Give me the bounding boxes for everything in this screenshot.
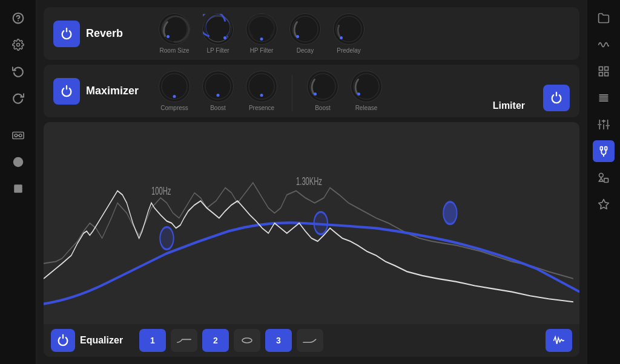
- folder-icon[interactable]: [593, 7, 615, 29]
- svg-point-9: [205, 16, 231, 42]
- waveform-icon[interactable]: [593, 34, 615, 56]
- tape-recorder-icon[interactable]: [7, 125, 29, 146]
- hp-filter-knob[interactable]: [246, 13, 277, 45]
- maximizer-knobs: Compress Boost: [159, 71, 570, 111]
- eq-band-1-button[interactable]: 1: [139, 329, 166, 352]
- presence-knob[interactable]: [246, 71, 277, 102]
- svg-point-16: [310, 74, 335, 99]
- svg-point-5: [19, 134, 22, 137]
- equalizer-section: 100Hz 1.30KHz: [44, 122, 579, 357]
- predelay-label: Predelay: [337, 47, 360, 54]
- svg-point-46: [599, 174, 604, 178]
- record-icon[interactable]: [7, 151, 29, 173]
- reverb-title: Reverb: [86, 27, 153, 40]
- maximizer-power-button[interactable]: [53, 78, 80, 105]
- presence-label: Presence: [249, 105, 274, 111]
- room-size-knob-container: Room Size: [159, 13, 190, 54]
- settings-icon[interactable]: [7, 34, 29, 56]
- right-sidebar: [587, 0, 620, 364]
- svg-point-11: [292, 16, 318, 42]
- decay-knob[interactable]: [289, 13, 321, 45]
- svg-rect-27: [599, 73, 603, 76]
- lp-filter-label: LP Filter: [206, 47, 229, 54]
- lp-filter-knob[interactable]: [202, 13, 234, 45]
- boost-right-label: Boost: [315, 105, 331, 111]
- boost-right-knob[interactable]: [307, 71, 338, 102]
- compress-knob[interactable]: [159, 71, 190, 102]
- hp-filter-knob-container: HP Filter: [246, 13, 277, 54]
- maximizer-row: Maximizer Compress: [44, 65, 579, 117]
- app-container: Reverb Room Size: [0, 0, 620, 364]
- limiter-label: Limiter: [493, 100, 525, 111]
- mixer-icon[interactable]: [593, 114, 615, 135]
- svg-point-2: [16, 44, 19, 47]
- eq-filter-2-button[interactable]: [234, 329, 260, 352]
- lp-filter-knob-container: LP Filter: [202, 13, 234, 54]
- svg-point-6: [13, 157, 23, 167]
- shapes-icon[interactable]: [593, 167, 615, 189]
- svg-point-8: [162, 16, 187, 42]
- decay-label: Decay: [297, 47, 314, 54]
- eq-power-button[interactable]: [51, 329, 75, 352]
- svg-rect-26: [605, 67, 608, 71]
- release-knob[interactable]: [351, 71, 382, 102]
- svg-point-22: [314, 212, 328, 235]
- reverb-row: Reverb Room Size: [44, 7, 579, 60]
- eq-title: Equalizer: [80, 335, 134, 346]
- svg-rect-28: [605, 73, 608, 76]
- boost-right-knob-container: Boost: [307, 71, 338, 111]
- stop-icon[interactable]: [7, 178, 29, 200]
- eq-footer: Equalizer 1 2: [44, 324, 579, 357]
- boost-left-label: Boost: [210, 105, 226, 111]
- help-icon[interactable]: [7, 7, 29, 29]
- redo-icon[interactable]: [7, 87, 29, 109]
- list-icon[interactable]: [593, 87, 615, 109]
- svg-text:100Hz: 100Hz: [151, 184, 171, 197]
- eq-waveform-button[interactable]: [546, 329, 572, 352]
- room-size-label: Room Size: [160, 47, 190, 54]
- room-size-knob[interactable]: [159, 13, 190, 45]
- plugin-icon[interactable]: [593, 140, 615, 162]
- svg-rect-45: [604, 178, 608, 183]
- svg-text:1.30KHz: 1.30KHz: [296, 175, 322, 187]
- svg-point-23: [443, 202, 457, 224]
- limiter-power-button[interactable]: [543, 85, 570, 111]
- svg-point-17: [354, 74, 379, 99]
- grid-icon[interactable]: [593, 60, 615, 82]
- eq-band-3-button[interactable]: 3: [265, 329, 292, 352]
- svg-point-4: [15, 134, 18, 137]
- presence-knob-container: Presence: [246, 71, 277, 111]
- undo-icon[interactable]: [7, 60, 29, 82]
- reverb-knobs: Room Size LP Filter: [159, 13, 570, 54]
- predelay-knob[interactable]: [333, 13, 364, 45]
- knob-divider: [292, 75, 292, 111]
- maximizer-title: Maximizer: [86, 85, 153, 97]
- compress-knob-container: Compress: [159, 71, 190, 111]
- svg-point-21: [160, 227, 173, 250]
- favorites-icon[interactable]: [593, 193, 615, 215]
- main-content: Reverb Room Size: [36, 0, 587, 364]
- eq-filter-1-button[interactable]: [171, 329, 197, 352]
- svg-point-24: [242, 338, 252, 343]
- release-label: Release: [355, 105, 378, 111]
- eq-filter-3-button[interactable]: [297, 329, 323, 352]
- left-sidebar: [0, 0, 36, 364]
- svg-rect-7: [14, 184, 22, 193]
- compress-label: Compress: [160, 105, 188, 111]
- reverb-power-button[interactable]: [53, 21, 80, 47]
- decay-knob-container: Decay: [289, 13, 321, 54]
- svg-rect-25: [599, 67, 603, 71]
- release-knob-container: Release: [351, 71, 382, 111]
- boost-left-knob[interactable]: [202, 71, 234, 102]
- eq-band-2-button[interactable]: 2: [202, 329, 229, 352]
- eq-graph[interactable]: 100Hz 1.30KHz: [44, 122, 579, 324]
- predelay-knob-container: Predelay: [333, 13, 364, 54]
- boost-left-knob-container: Boost: [202, 71, 234, 111]
- hp-filter-label: HP Filter: [250, 47, 274, 54]
